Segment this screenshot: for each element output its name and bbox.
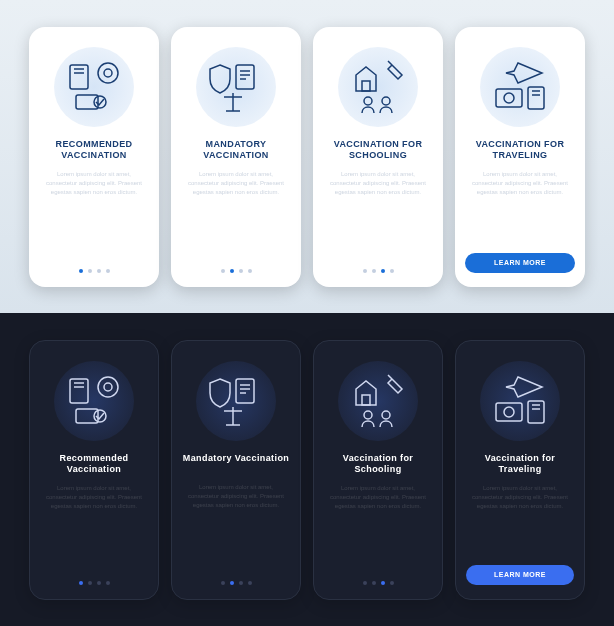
traveling-icon — [480, 361, 560, 441]
dot-0[interactable] — [221, 581, 225, 585]
card-title: RECOMMENDED VACCINATION — [39, 139, 149, 162]
onboarding-card-dark-2: Vaccination for Schooling Lorem ipsum do… — [313, 340, 443, 600]
dot-2[interactable] — [381, 269, 385, 273]
svg-point-13 — [104, 383, 112, 391]
svg-point-7 — [364, 97, 372, 105]
traveling-icon — [480, 47, 560, 127]
page-dots — [221, 581, 252, 585]
dot-2[interactable] — [97, 269, 101, 273]
onboarding-card-light-0: RECOMMENDED VACCINATION Lorem ipsum dolo… — [29, 27, 159, 287]
dot-0[interactable] — [79, 581, 83, 585]
svg-rect-21 — [496, 403, 522, 421]
dot-0[interactable] — [79, 269, 83, 273]
card-title: VACCINATION FOR TRAVELING — [465, 139, 575, 162]
svg-point-10 — [504, 93, 514, 103]
page-dots — [79, 581, 110, 585]
dot-2[interactable] — [239, 581, 243, 585]
onboarding-card-dark-3: Vaccination for Traveling Lorem ipsum do… — [455, 340, 585, 600]
card-body: Lorem ipsum dolor sit amet, consectetur … — [324, 484, 432, 575]
dot-1[interactable] — [372, 269, 376, 273]
onboarding-card-light-2: VACCINATION FOR SCHOOLING Lorem ipsum do… — [313, 27, 443, 287]
card-body: Lorem ipsum dolor sit amet, consectetur … — [465, 170, 575, 247]
dot-1[interactable] — [230, 269, 234, 273]
svg-rect-9 — [496, 89, 522, 107]
card-title: Recommended Vaccination — [40, 453, 148, 476]
onboarding-card-light-1: MANDATORY VACCINATION Lorem ipsum dolor … — [171, 27, 301, 287]
dot-1[interactable] — [88, 581, 92, 585]
svg-point-8 — [382, 97, 390, 105]
learn-more-button[interactable]: LEARN MORE — [466, 565, 574, 585]
card-body: Lorem ipsum dolor sit amet, consectetur … — [40, 484, 148, 575]
mandatory-icon — [196, 47, 276, 127]
page-dots — [79, 269, 110, 273]
light-panel: RECOMMENDED VACCINATION Lorem ipsum dolo… — [0, 0, 614, 313]
card-title: Vaccination for Traveling — [466, 453, 574, 476]
card-body: Lorem ipsum dolor sit amet, consectetur … — [466, 484, 574, 559]
svg-point-1 — [104, 69, 112, 77]
dot-3[interactable] — [106, 269, 110, 273]
dot-3[interactable] — [248, 269, 252, 273]
svg-point-20 — [382, 411, 390, 419]
page-dots — [363, 269, 394, 273]
learn-more-button[interactable]: LEARN MORE — [465, 253, 575, 273]
card-body: Lorem ipsum dolor sit amet, consectetur … — [39, 170, 149, 263]
svg-rect-5 — [236, 65, 254, 89]
dot-3[interactable] — [248, 581, 252, 585]
svg-rect-18 — [362, 395, 370, 405]
onboarding-card-dark-1: Mandatory Vaccination Lorem ipsum dolor … — [171, 340, 301, 600]
page-dots — [221, 269, 252, 273]
dot-0[interactable] — [363, 581, 367, 585]
card-title: VACCINATION FOR SCHOOLING — [323, 139, 433, 162]
svg-point-0 — [98, 63, 118, 83]
dot-2[interactable] — [239, 269, 243, 273]
svg-rect-6 — [362, 81, 370, 91]
dot-1[interactable] — [372, 581, 376, 585]
recommended-icon — [54, 361, 134, 441]
card-title: Vaccination for Schooling — [324, 453, 432, 476]
svg-point-22 — [504, 407, 514, 417]
dot-3[interactable] — [390, 581, 394, 585]
dot-2[interactable] — [381, 581, 385, 585]
svg-rect-17 — [236, 379, 254, 403]
dot-3[interactable] — [390, 269, 394, 273]
card-title: MANDATORY VACCINATION — [181, 139, 291, 162]
dot-0[interactable] — [221, 269, 225, 273]
schooling-icon — [338, 361, 418, 441]
schooling-icon — [338, 47, 418, 127]
card-body: Lorem ipsum dolor sit amet, consectetur … — [181, 170, 291, 263]
svg-point-12 — [98, 377, 118, 397]
mandatory-icon — [196, 361, 276, 441]
dark-panel: Recommended Vaccination Lorem ipsum dolo… — [0, 313, 614, 626]
dot-0[interactable] — [363, 269, 367, 273]
card-body: Lorem ipsum dolor sit amet, consectetur … — [323, 170, 433, 263]
dot-2[interactable] — [97, 581, 101, 585]
card-body: Lorem ipsum dolor sit amet, consectetur … — [182, 483, 290, 575]
svg-point-19 — [364, 411, 372, 419]
svg-point-4 — [94, 96, 106, 108]
card-title: Mandatory Vaccination — [183, 453, 289, 475]
onboarding-card-dark-0: Recommended Vaccination Lorem ipsum dolo… — [29, 340, 159, 600]
page-dots — [363, 581, 394, 585]
onboarding-card-light-3: VACCINATION FOR TRAVELING Lorem ipsum do… — [455, 27, 585, 287]
dot-1[interactable] — [230, 581, 234, 585]
recommended-icon — [54, 47, 134, 127]
dot-1[interactable] — [88, 269, 92, 273]
svg-point-16 — [94, 410, 106, 422]
dot-3[interactable] — [106, 581, 110, 585]
